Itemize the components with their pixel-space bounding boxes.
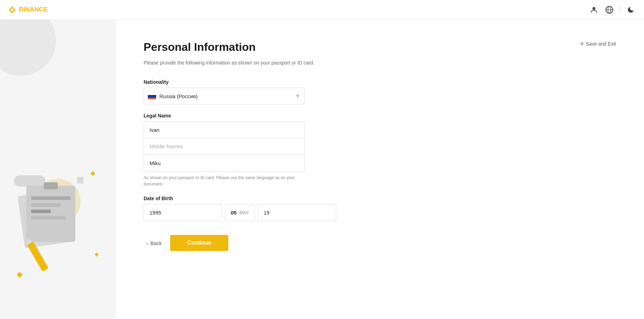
continue-label: Continue: [187, 240, 211, 246]
page-subtitle: Please provide the following information…: [144, 59, 319, 67]
illus-line4: [31, 216, 65, 219]
illus-pill: [14, 175, 46, 186]
actions-row: ‹ Back Continue: [144, 235, 305, 251]
save-exit-label: Save and Exit: [586, 41, 616, 47]
sidebar-bg-circle: [0, 20, 56, 76]
dob-month-wrapper[interactable]: 05 MAY: [225, 204, 255, 221]
sidebar-illustration: [7, 158, 105, 291]
nationality-select[interactable]: Russia (Россия): [144, 88, 305, 104]
header: BINANCE: [0, 0, 644, 20]
first-name-input[interactable]: [144, 121, 305, 138]
illus-diamond3: [95, 252, 98, 256]
illus-line2: [31, 203, 61, 207]
back-button[interactable]: ‹ Back: [144, 236, 165, 250]
language-icon[interactable]: [604, 5, 614, 15]
russia-flag-icon: [148, 93, 156, 99]
illus-diamond2: [90, 171, 95, 176]
main-content: ≡ Save and Exit Personal Information Ple…: [116, 20, 644, 319]
dob-label: Date of Birth: [144, 196, 305, 201]
dob-day-input[interactable]: [258, 204, 336, 221]
save-exit-icon: ≡: [580, 41, 583, 47]
dob-year-input[interactable]: [144, 204, 222, 221]
header-divider: [620, 6, 620, 13]
legal-name-group: [144, 121, 305, 172]
back-label: Back: [150, 240, 162, 246]
logo-text: BINANCE: [19, 6, 48, 13]
dob-month-name: MAY: [240, 210, 249, 215]
user-account-icon[interactable]: [589, 5, 599, 15]
middle-name-input[interactable]: [144, 138, 305, 155]
theme-toggle-icon[interactable]: [626, 5, 636, 15]
svg-point-2: [593, 7, 595, 10]
dob-row: 05 MAY: [144, 204, 305, 221]
illus-clipboard: [26, 186, 75, 242]
sidebar: [0, 20, 116, 319]
illus-line1: [31, 196, 70, 200]
main-layout: ≡ Save and Exit Personal Information Ple…: [0, 20, 644, 319]
illus-diamond1: [17, 272, 23, 278]
illus-clipboard-top: [44, 182, 58, 189]
dob-month-num: 05: [231, 210, 237, 216]
page-title: Personal Information: [144, 41, 616, 54]
save-exit-button[interactable]: ≡ Save and Exit: [580, 41, 616, 47]
nationality-select-wrapper: Russia (Россия) ▼: [144, 88, 305, 104]
illus-small-square: [77, 177, 83, 183]
header-actions: [589, 5, 636, 15]
back-arrow-icon: ‹: [146, 240, 148, 246]
form-section: Nationality Russia (Россия) ▼ Legal Name: [144, 79, 305, 251]
nationality-label: Nationality: [144, 79, 305, 85]
logo[interactable]: BINANCE: [8, 6, 48, 14]
binance-logo-icon: [8, 6, 16, 14]
name-hint: As shown on your passport or ID card. Pl…: [144, 175, 305, 187]
legal-name-label: Legal Name: [144, 113, 305, 118]
last-name-input[interactable]: [144, 155, 305, 172]
illus-line3: [31, 210, 51, 213]
continue-button[interactable]: Continue: [170, 235, 228, 251]
